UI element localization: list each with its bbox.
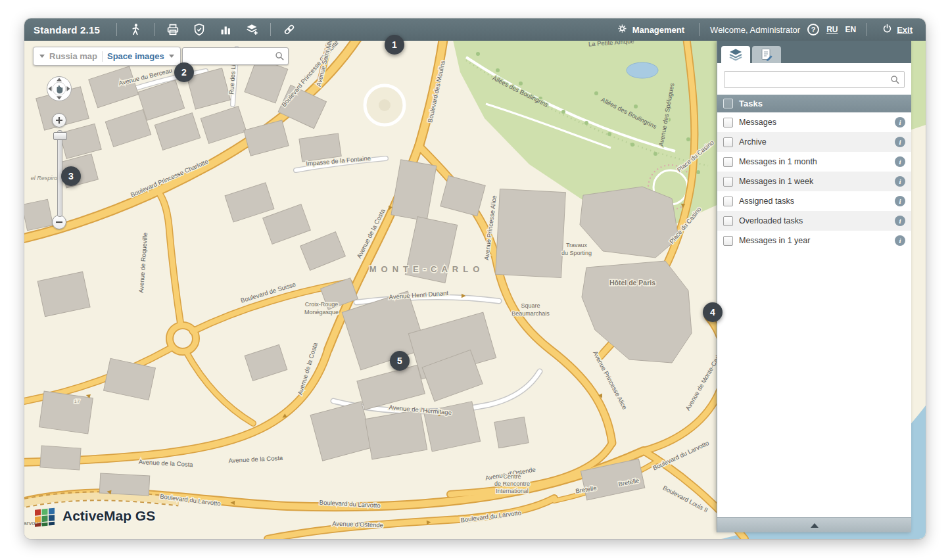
- zoom-in-button[interactable]: [52, 113, 66, 128]
- toolbar-separator: [116, 23, 117, 36]
- map-label-centre-3: International: [496, 488, 529, 494]
- map-label-square-1: Square: [521, 302, 540, 309]
- zoom-slider-handle[interactable]: [53, 132, 67, 140]
- add-layer-icon[interactable]: [241, 20, 263, 39]
- pan-control[interactable]: [46, 76, 72, 102]
- map-label-monte-carlo: MONTE-CARLO: [369, 264, 485, 274]
- power-icon: [882, 23, 893, 36]
- task-checkbox[interactable]: [723, 236, 733, 246]
- search-icon[interactable]: [890, 75, 900, 87]
- base-layer-selector[interactable]: Russia map: [49, 51, 97, 61]
- panel-collapse-button[interactable]: [717, 517, 911, 532]
- task-row-overloaded-tasks[interactable]: Overloaded tasks i: [717, 211, 911, 231]
- reports-icon[interactable]: [188, 20, 210, 39]
- exit-label: Exit: [897, 25, 913, 35]
- map-label-centre-2: de Rencontre: [494, 480, 530, 487]
- map-search-box: [182, 47, 289, 65]
- map-label-croix-rouge-1: Croix-Rouge: [305, 301, 339, 308]
- management-button[interactable]: Management: [613, 22, 688, 37]
- printer-icon[interactable]: [162, 20, 184, 39]
- map-label-square-2: Beaumarchais: [511, 310, 550, 317]
- help-icon[interactable]: ?: [807, 24, 819, 35]
- info-icon[interactable]: i: [895, 235, 905, 246]
- person-route-icon[interactable]: [124, 20, 147, 39]
- switcher-divider: [102, 51, 103, 62]
- gear-icon: [617, 23, 628, 36]
- link-icon[interactable]: [278, 20, 300, 39]
- overlay-layer-selector[interactable]: Space images: [107, 51, 164, 61]
- toolbar-right-group: Management Welcome, Administrator ? RU E…: [613, 22, 916, 37]
- tasks-group-label: Tasks: [739, 99, 763, 108]
- tasks-group-header[interactable]: Tasks: [717, 95, 911, 112]
- info-icon[interactable]: i: [895, 176, 905, 187]
- panel-search-input[interactable]: [724, 71, 905, 88]
- app-title: Standard 2.15: [34, 24, 100, 35]
- search-icon[interactable]: [275, 51, 285, 61]
- info-icon[interactable]: i: [895, 216, 905, 226]
- callout-badge-2: 2: [174, 62, 194, 82]
- park-pond: [627, 62, 658, 78]
- zoom-out-button[interactable]: [52, 215, 66, 229]
- task-label: Messages in 1 week: [739, 177, 813, 186]
- task-checkbox[interactable]: [723, 177, 733, 187]
- task-row-messages-1-month[interactable]: Messages in 1 month i: [717, 152, 911, 172]
- callout-badge-5: 5: [390, 351, 410, 371]
- map-label-croix-rouge-2: Monégasque: [304, 309, 339, 315]
- task-label: Archive: [739, 137, 767, 147]
- welcome-text: Welcome, Administrator: [710, 25, 800, 35]
- layers-panel: Tasks Messages i Archive i Messages in 1…: [717, 41, 911, 532]
- activemap-logo: ActiveMap GS: [34, 505, 155, 527]
- top-toolbar: Standard 2.15 Management: [24, 18, 926, 41]
- task-row-archive[interactable]: Archive i: [717, 132, 911, 152]
- tab-layers[interactable]: [721, 46, 750, 63]
- map-label-17: 17: [74, 398, 80, 404]
- bar-chart-icon[interactable]: [214, 20, 237, 39]
- map-label-hotel-de-paris: Hôtel de Paris: [609, 279, 655, 287]
- tab-legend[interactable]: [752, 46, 781, 63]
- task-label: Messages in 1 month: [739, 157, 817, 166]
- chevron-down-icon[interactable]: [169, 55, 174, 60]
- map-label-travaux-2: du Sporting: [561, 250, 592, 256]
- toolbar-separator: [154, 23, 154, 36]
- lang-ru-link[interactable]: RU: [826, 25, 838, 34]
- task-row-messages[interactable]: Messages i: [717, 112, 911, 132]
- task-checkbox[interactable]: [723, 118, 733, 128]
- map-label-respiro: el Respiro: [31, 175, 58, 181]
- info-icon[interactable]: i: [895, 196, 905, 206]
- toolbar-separator: [867, 23, 867, 36]
- legend-icon: [759, 47, 774, 62]
- task-checkbox[interactable]: [723, 197, 733, 206]
- info-icon[interactable]: i: [895, 137, 905, 147]
- exit-button[interactable]: Exit: [878, 22, 916, 37]
- panel-empty-area: [717, 250, 911, 517]
- task-checkbox[interactable]: [723, 216, 733, 226]
- chevron-down-icon[interactable]: [39, 55, 45, 60]
- management-label: Management: [632, 25, 684, 35]
- chevron-up-icon: [811, 519, 819, 528]
- task-row-messages-1-year[interactable]: Messages in 1 year i: [717, 231, 911, 250]
- circular-plaza: [365, 85, 404, 125]
- tasks-group-checkbox[interactable]: [723, 99, 733, 108]
- app-window: Standard 2.15 Management: [24, 18, 926, 539]
- task-label: Messages in 1 year: [739, 236, 810, 245]
- task-row-messages-1-week[interactable]: Messages in 1 week i: [717, 172, 911, 191]
- lang-en-link[interactable]: EN: [845, 25, 856, 34]
- map-search-input[interactable]: [183, 48, 275, 64]
- callout-badge-3: 3: [61, 166, 81, 186]
- map-label-centre-1: Centre: [503, 473, 521, 480]
- task-checkbox[interactable]: [723, 157, 733, 167]
- layers-icon: [728, 47, 744, 62]
- task-row-assigned-tasks[interactable]: Assigned tasks i: [717, 191, 911, 211]
- panel-search-box: [717, 63, 911, 95]
- task-label: Assigned tasks: [739, 197, 794, 206]
- activemap-logo-text: ActiveMap GS: [62, 508, 155, 524]
- activemap-logo-icon: [34, 505, 57, 527]
- toolbar-separator: [270, 23, 271, 36]
- callout-badge-4: 4: [703, 302, 723, 322]
- info-icon[interactable]: i: [895, 117, 905, 128]
- info-icon[interactable]: i: [895, 156, 905, 167]
- map-label-travaux-1: Travaux: [566, 242, 588, 248]
- task-label: Overloaded tasks: [739, 216, 803, 225]
- task-checkbox[interactable]: [723, 137, 733, 147]
- callout-badge-1: 1: [385, 35, 404, 55]
